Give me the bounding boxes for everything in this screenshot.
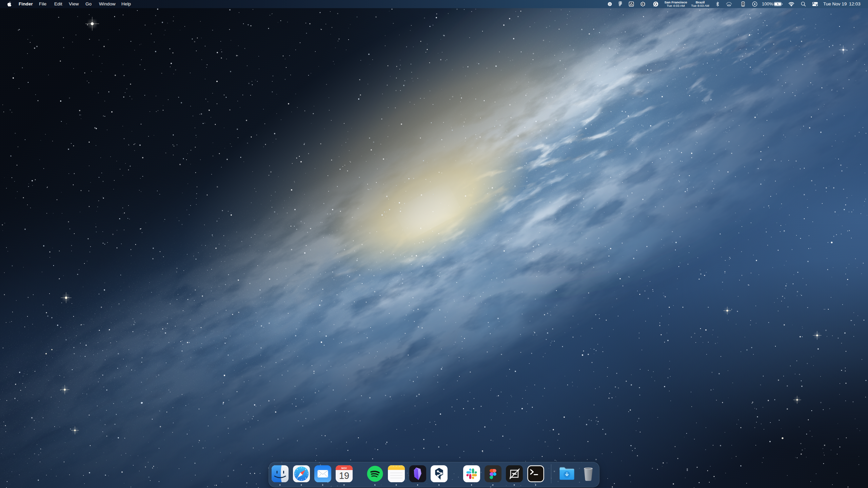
svg-text:19: 19 [339,471,349,481]
svg-text:NOV: NOV [341,467,347,470]
